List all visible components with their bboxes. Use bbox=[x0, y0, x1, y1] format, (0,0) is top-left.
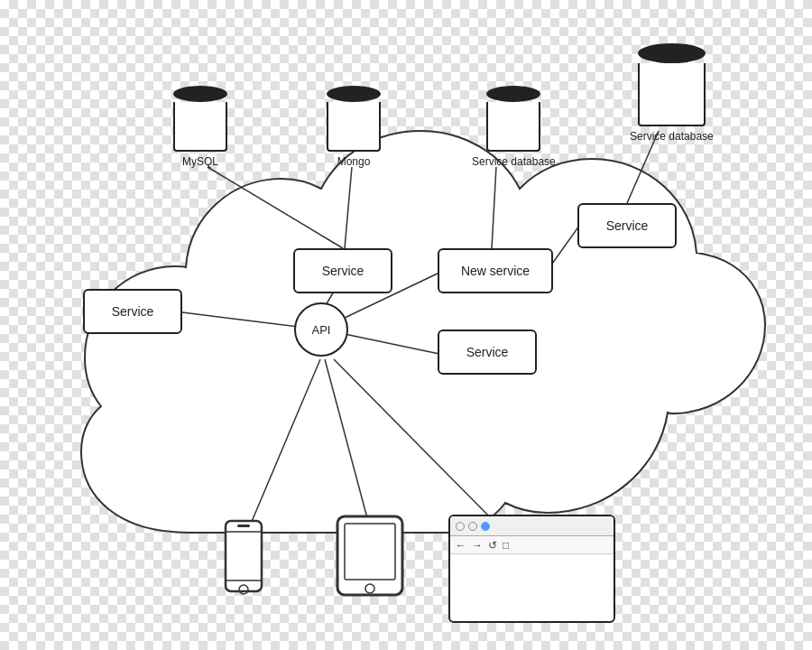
svg-rect-17 bbox=[337, 516, 402, 595]
page-icon: □ bbox=[503, 539, 509, 552]
service-left-label: Service bbox=[112, 304, 154, 319]
new-service-label: New service bbox=[461, 264, 530, 278]
mongo-label: Mongo bbox=[337, 155, 371, 168]
service-top-box[interactable]: Service bbox=[293, 248, 392, 293]
db-top-large bbox=[638, 43, 706, 63]
svg-line-4 bbox=[208, 167, 343, 248]
new-service-box[interactable]: New service bbox=[438, 248, 553, 293]
service-bottom-box[interactable]: Service bbox=[438, 330, 537, 375]
db-body-large bbox=[638, 63, 706, 126]
diagram-container: MySQL Mongo Service database Service dat… bbox=[27, 9, 785, 641]
back-arrow-icon[interactable]: ← bbox=[456, 539, 466, 552]
browser-content bbox=[450, 554, 614, 590]
service-db-center: Service database bbox=[472, 86, 556, 168]
service-top-label: Service bbox=[322, 264, 364, 278]
db-body bbox=[327, 102, 381, 152]
db-top bbox=[486, 86, 540, 102]
db-body bbox=[486, 102, 540, 152]
service-db-right-label: Service database bbox=[630, 130, 714, 143]
service-db-center-label: Service database bbox=[472, 155, 556, 168]
refresh-icon[interactable]: ↺ bbox=[488, 539, 497, 552]
browser-window: ← → ↺ □ bbox=[448, 515, 615, 623]
service-right-label: Service bbox=[606, 218, 649, 233]
browser-dot-1 bbox=[456, 522, 465, 531]
mongo-db: Mongo bbox=[327, 86, 381, 168]
api-circle[interactable]: API bbox=[294, 302, 348, 357]
mysql-db: MySQL bbox=[173, 86, 227, 168]
db-top bbox=[173, 86, 227, 102]
db-body bbox=[173, 102, 227, 152]
browser-dot-3 bbox=[481, 522, 490, 531]
browser-address-bar: ← → ↺ □ bbox=[450, 536, 614, 554]
db-top bbox=[327, 86, 381, 102]
service-bottom-label: Service bbox=[466, 345, 509, 359]
forward-arrow-icon[interactable]: → bbox=[472, 539, 483, 552]
svg-line-3 bbox=[345, 334, 439, 354]
service-left-box[interactable]: Service bbox=[83, 289, 182, 334]
service-right-box[interactable]: Service bbox=[577, 203, 677, 248]
tablet-device bbox=[334, 513, 406, 602]
svg-line-5 bbox=[345, 167, 352, 248]
browser-title-bar bbox=[450, 516, 614, 536]
svg-line-11 bbox=[334, 359, 496, 524]
service-db-right: Service database bbox=[630, 43, 714, 143]
api-label: API bbox=[312, 323, 331, 337]
svg-line-9 bbox=[251, 359, 320, 524]
phone-device bbox=[221, 519, 266, 604]
mysql-label: MySQL bbox=[182, 155, 218, 168]
svg-line-6 bbox=[492, 167, 496, 248]
svg-rect-16 bbox=[237, 525, 250, 527]
browser-dot-2 bbox=[468, 522, 477, 531]
svg-line-10 bbox=[325, 359, 370, 528]
